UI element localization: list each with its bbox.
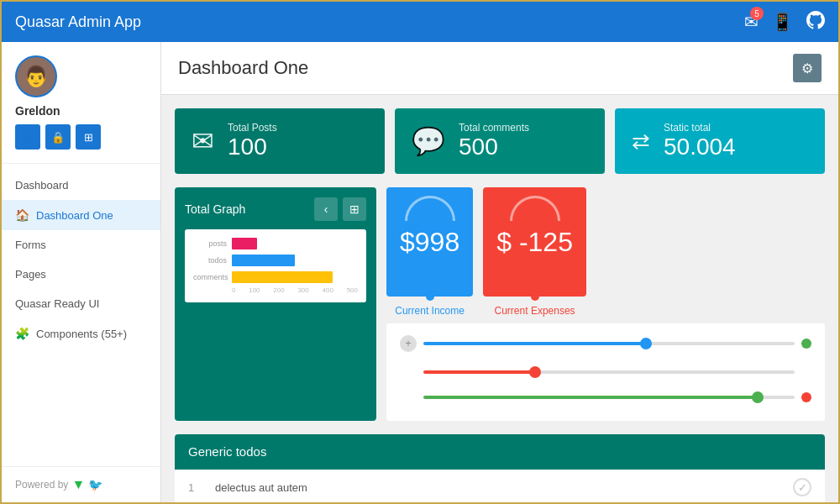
bar-label-posts: posts	[193, 239, 227, 248]
bar-label-todos: todos	[193, 256, 227, 265]
income-section: $998 Current Income	[386, 187, 473, 317]
graph-toggle-btn[interactable]: ⊞	[343, 197, 366, 221]
stat-value-static: 50.004	[664, 134, 736, 160]
mail-icon[interactable]: ✉ 5	[744, 12, 759, 32]
todo-text-1: delectus aut autem	[215, 481, 783, 494]
page-header: Dashboard One ⚙	[161, 42, 838, 95]
transfer-icon: ⇄	[632, 129, 650, 155]
income-label: Current Income	[395, 305, 465, 317]
expenses-section: $ -125 Current Expenses	[483, 187, 586, 317]
todo-header: Generic todos	[175, 434, 825, 470]
graph-title: Total Graph	[185, 202, 245, 216]
todo-check-1[interactable]: ✓	[793, 478, 811, 496]
user-actions: 👤 🔒 ⊞	[15, 124, 147, 150]
github-icon[interactable]	[806, 11, 825, 34]
bar-todos	[232, 255, 295, 266]
avatar: 👨	[15, 55, 57, 97]
bar-comments	[232, 271, 333, 283]
stat-card-comments: 💬 Total comments 500	[395, 108, 605, 174]
metric-card-expenses: $ -125	[483, 187, 586, 297]
sidebar-item-forms[interactable]: Forms	[2, 230, 160, 260]
sidebar-item-dashboard-one[interactable]: 🏠 Dashboard One	[2, 200, 160, 230]
slider-row-1: +	[400, 335, 811, 352]
page-title: Dashboard One	[178, 57, 308, 79]
todo-section: Generic todos 1 delectus aut autem ✓ 2 q…	[175, 434, 825, 502]
graph-nav: ‹ ⊞	[314, 197, 366, 221]
powered-by: Powered by ▼ 🐦	[2, 466, 160, 502]
bar-posts	[232, 238, 257, 249]
chart-area: posts todos comments	[185, 229, 366, 302]
stats-row: ✉ Total Posts 100 💬 Total comments 500 ⇄…	[161, 95, 838, 181]
nav-section: Dashboard 🏠 Dashboard One Forms Pages Qu…	[2, 164, 160, 466]
main-layout: 👨 Greldon 👤 🔒 ⊞ Dashboard 🏠 Dashboard On…	[2, 42, 838, 502]
slider-end-1	[801, 339, 811, 349]
slider-track-1[interactable]	[423, 342, 795, 345]
user-section: 👨 Greldon 👤 🔒 ⊞	[2, 42, 160, 164]
notification-badge: 5	[750, 7, 764, 20]
stat-card-posts: ✉ Total Posts 100	[175, 108, 385, 174]
slider-track-3[interactable]	[423, 396, 795, 399]
graph-prev-btn[interactable]: ‹	[314, 197, 338, 221]
quasar-logo-icon: ▼	[71, 477, 85, 492]
axis-500: 500	[347, 286, 358, 294]
slider-add-btn-1[interactable]: +	[400, 335, 417, 352]
chart-axis: 0 100 200 300 400 500	[193, 286, 358, 294]
todo-num-1: 1	[188, 481, 205, 494]
todo-item-1: 1 delectus aut autem ✓	[175, 470, 825, 502]
expenses-label: Current Expenses	[495, 305, 575, 317]
sidebar-item-components[interactable]: 🧩 Components (55+)	[2, 318, 160, 349]
stat-label-static: Static total	[664, 122, 736, 134]
user-apps-btn[interactable]: ⊞	[76, 124, 101, 150]
sidebar: 👨 Greldon 👤 🔒 ⊞ Dashboard 🏠 Dashboard On…	[2, 42, 161, 502]
expenses-value: $ -125	[496, 227, 573, 258]
expenses-arc	[510, 196, 560, 221]
bar-container-todos	[232, 255, 358, 266]
stat-value-posts: 100	[228, 134, 277, 160]
app-title: Quasar Admin App	[15, 13, 141, 31]
graph-card: Total Graph ‹ ⊞ posts	[175, 187, 376, 421]
todo-list: 1 delectus aut autem ✓ 2 quis ut nam fac…	[175, 470, 825, 502]
content-area: Dashboard One ⚙ ✉ Total Posts 100 💬 Tota…	[161, 42, 838, 502]
topbar: Quasar Admin App ✉ 5 📱	[2, 2, 838, 42]
axis-300: 300	[297, 286, 308, 294]
bar-chart: posts todos comments	[193, 238, 358, 283]
axis-0: 0	[232, 286, 235, 294]
user-profile-btn[interactable]: 👤	[15, 124, 40, 150]
axis-200: 200	[273, 286, 284, 294]
stat-card-static: ⇄ Static total 50.004	[615, 108, 825, 174]
bar-label-comments: comments	[193, 273, 227, 281]
user-lock-btn[interactable]: 🔒	[45, 124, 71, 150]
slider-thumb-2	[529, 366, 541, 378]
home-icon: 🏠	[15, 208, 29, 222]
stat-label-posts: Total Posts	[228, 122, 277, 134]
todo-title: Generic todos	[188, 444, 266, 459]
sidebar-item-pages[interactable]: Pages	[2, 260, 160, 289]
stat-value-comments: 500	[459, 134, 529, 160]
stat-info-static: Static total 50.004	[664, 122, 736, 160]
puzzle-icon: 🧩	[15, 327, 29, 340]
sidebar-item-quasar-ready[interactable]: Quasar Ready UI	[2, 289, 160, 318]
middle-row: Total Graph ‹ ⊞ posts	[161, 181, 838, 428]
stat-label-comments: Total comments	[459, 122, 529, 134]
sliders-section: +	[386, 323, 825, 421]
topbar-icons: ✉ 5 📱	[744, 11, 825, 34]
bar-container-posts	[232, 238, 358, 249]
bar-container-comments	[232, 271, 358, 283]
comment-icon: 💬	[412, 125, 445, 157]
bar-row-comments: comments	[193, 271, 358, 283]
axis-100: 100	[249, 286, 260, 294]
slider-end-3	[801, 392, 811, 402]
mobile-icon[interactable]: 📱	[772, 12, 793, 32]
twitter-icon: 🐦	[88, 478, 102, 491]
graph-header: Total Graph ‹ ⊞	[185, 197, 366, 221]
right-panel: $998 Current Income $ -125 Current Expen…	[386, 187, 825, 421]
metric-cards: $998 Current Income $ -125 Current Expen…	[386, 187, 825, 317]
envelope-icon: ✉	[192, 125, 214, 157]
sidebar-item-dashboard[interactable]: Dashboard	[2, 171, 160, 200]
slider-thumb-1	[640, 338, 652, 349]
bar-row-posts: posts	[193, 238, 358, 249]
slider-track-2[interactable]	[423, 370, 795, 374]
settings-button[interactable]: ⚙	[793, 54, 822, 82]
income-value: $998	[400, 227, 459, 258]
slider-row-2	[400, 370, 811, 374]
